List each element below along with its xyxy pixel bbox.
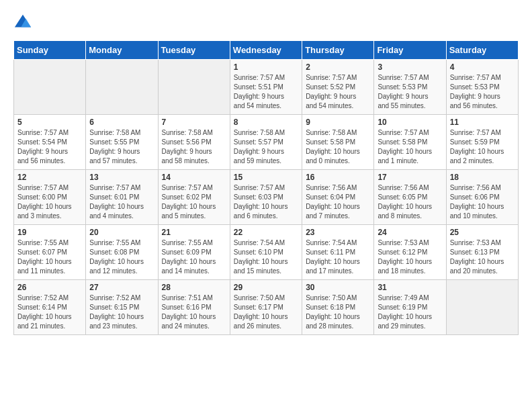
calendar-cell: 30Sunrise: 7:50 AMSunset: 6:18 PMDayligh… — [302, 280, 374, 335]
calendar-cell: 4Sunrise: 7:57 AMSunset: 5:53 PMDaylight… — [446, 60, 518, 115]
day-number: 19 — [17, 228, 82, 237]
cell-line: and 17 minutes. — [306, 267, 370, 276]
weekday-header-monday: Monday — [86, 41, 158, 60]
cell-line: Sunrise: 7:57 AM — [450, 73, 515, 83]
day-number: 17 — [378, 173, 442, 182]
cell-line: and 10 minutes. — [450, 212, 515, 221]
cell-line: and 3 minutes. — [17, 212, 82, 221]
cell-line: Sunrise: 7:57 AM — [450, 128, 515, 138]
cell-content: Sunrise: 7:56 AMSunset: 6:06 PMDaylight:… — [450, 183, 515, 221]
cell-line: Sunrise: 7:53 AM — [450, 238, 515, 248]
calendar-cell: 24Sunrise: 7:53 AMSunset: 6:12 PMDayligh… — [374, 225, 446, 280]
calendar-cell: 16Sunrise: 7:56 AMSunset: 6:04 PMDayligh… — [302, 170, 374, 225]
cell-line: Sunrise: 7:57 AM — [162, 183, 226, 193]
cell-line: Sunset: 6:15 PM — [89, 303, 154, 312]
week-row-3: 12Sunrise: 7:57 AMSunset: 6:00 PMDayligh… — [14, 170, 519, 225]
cell-line: Daylight: 10 hours — [306, 202, 370, 212]
cell-line: and 29 minutes. — [378, 322, 442, 331]
calendar-cell — [158, 60, 230, 115]
cell-content: Sunrise: 7:53 AMSunset: 6:13 PMDaylight:… — [450, 238, 515, 276]
calendar-cell: 11Sunrise: 7:57 AMSunset: 5:59 PMDayligh… — [446, 115, 518, 170]
cell-line: Daylight: 10 hours — [89, 257, 154, 267]
calendar-cell: 25Sunrise: 7:53 AMSunset: 6:13 PMDayligh… — [446, 225, 518, 280]
calendar-cell: 1Sunrise: 7:57 AMSunset: 5:51 PMDaylight… — [230, 60, 302, 115]
cell-line: and 56 minutes. — [450, 101, 515, 111]
cell-line: Sunset: 5:53 PM — [450, 83, 515, 92]
cell-line: Sunrise: 7:58 AM — [89, 128, 154, 138]
cell-line: Daylight: 10 hours — [234, 202, 298, 212]
cell-line: Sunset: 5:58 PM — [378, 138, 442, 147]
cell-content: Sunrise: 7:51 AMSunset: 6:16 PMDaylight:… — [162, 293, 226, 331]
cell-line: Sunrise: 7:53 AM — [378, 238, 442, 248]
cell-line: Sunrise: 7:57 AM — [89, 183, 154, 193]
calendar-cell: 12Sunrise: 7:57 AMSunset: 6:00 PMDayligh… — [14, 170, 86, 225]
calendar-cell — [446, 280, 518, 335]
cell-line: and 21 minutes. — [17, 322, 82, 331]
cell-line: and 57 minutes. — [89, 156, 154, 166]
cell-line: and 18 minutes. — [378, 267, 442, 276]
cell-content: Sunrise: 7:57 AMSunset: 5:59 PMDaylight:… — [450, 128, 515, 166]
cell-line: Daylight: 10 hours — [234, 312, 298, 322]
cell-line: Sunset: 6:07 PM — [17, 248, 82, 257]
cell-line: Sunrise: 7:57 AM — [378, 73, 442, 83]
cell-line: and 1 minute. — [378, 156, 442, 166]
cell-content: Sunrise: 7:52 AMSunset: 6:15 PMDaylight:… — [89, 293, 154, 331]
cell-line: and 23 minutes. — [89, 322, 154, 331]
cell-content: Sunrise: 7:50 AMSunset: 6:17 PMDaylight:… — [234, 293, 298, 331]
cell-line: Daylight: 9 hours — [89, 147, 154, 156]
day-number: 28 — [162, 283, 226, 292]
cell-line: Daylight: 10 hours — [450, 147, 515, 156]
cell-content: Sunrise: 7:57 AMSunset: 5:54 PMDaylight:… — [17, 128, 82, 166]
cell-line: Sunrise: 7:55 AM — [17, 238, 82, 248]
calendar-cell: 13Sunrise: 7:57 AMSunset: 6:01 PMDayligh… — [86, 170, 158, 225]
cell-line: Sunrise: 7:57 AM — [234, 73, 298, 83]
cell-line: and 4 minutes. — [89, 212, 154, 221]
cell-content: Sunrise: 7:53 AMSunset: 6:12 PMDaylight:… — [378, 238, 442, 276]
weekday-header-tuesday: Tuesday — [158, 41, 230, 60]
cell-content: Sunrise: 7:55 AMSunset: 6:09 PMDaylight:… — [162, 238, 226, 276]
cell-line: Daylight: 10 hours — [17, 257, 82, 267]
calendar-cell: 8Sunrise: 7:58 AMSunset: 5:57 PMDaylight… — [230, 115, 302, 170]
cell-line: Sunset: 6:06 PM — [450, 193, 515, 202]
cell-content: Sunrise: 7:57 AMSunset: 5:51 PMDaylight:… — [234, 73, 298, 111]
cell-line: Sunset: 6:18 PM — [306, 303, 370, 312]
cell-line: Sunrise: 7:55 AM — [89, 238, 154, 248]
cell-line: Sunrise: 7:56 AM — [378, 183, 442, 193]
cell-content: Sunrise: 7:58 AMSunset: 5:58 PMDaylight:… — [306, 128, 370, 166]
calendar-cell: 28Sunrise: 7:51 AMSunset: 6:16 PMDayligh… — [158, 280, 230, 335]
calendar-cell — [86, 60, 158, 115]
day-number: 24 — [378, 228, 442, 237]
day-number: 20 — [89, 228, 154, 237]
calendar-cell: 3Sunrise: 7:57 AMSunset: 5:53 PMDaylight… — [374, 60, 446, 115]
cell-line: Daylight: 10 hours — [378, 202, 442, 212]
cell-line: Sunset: 5:52 PM — [306, 83, 370, 92]
cell-line: Sunset: 6:02 PM — [162, 193, 226, 202]
weekday-header-row: SundayMondayTuesdayWednesdayThursdayFrid… — [14, 41, 519, 60]
day-number: 9 — [306, 118, 370, 127]
cell-line: Sunrise: 7:58 AM — [306, 128, 370, 138]
cell-line: Daylight: 9 hours — [234, 92, 298, 101]
cell-line: and 5 minutes. — [162, 212, 226, 221]
cell-line: Daylight: 10 hours — [89, 202, 154, 212]
cell-line: Daylight: 10 hours — [378, 312, 442, 322]
cell-line: Sunrise: 7:56 AM — [306, 183, 370, 193]
cell-line: and 24 minutes. — [162, 322, 226, 331]
cell-line: and 55 minutes. — [378, 101, 442, 111]
cell-line: Sunset: 6:05 PM — [378, 193, 442, 202]
day-number: 26 — [17, 283, 82, 292]
cell-line: Sunrise: 7:51 AM — [162, 293, 226, 303]
calendar-cell: 31Sunrise: 7:49 AMSunset: 6:19 PMDayligh… — [374, 280, 446, 335]
calendar-cell: 20Sunrise: 7:55 AMSunset: 6:08 PMDayligh… — [86, 225, 158, 280]
cell-content: Sunrise: 7:57 AMSunset: 6:00 PMDaylight:… — [17, 183, 82, 221]
cell-content: Sunrise: 7:57 AMSunset: 6:03 PMDaylight:… — [234, 183, 298, 221]
cell-content: Sunrise: 7:57 AMSunset: 6:01 PMDaylight:… — [89, 183, 154, 221]
cell-line: Sunset: 6:14 PM — [17, 303, 82, 312]
cell-content: Sunrise: 7:58 AMSunset: 5:56 PMDaylight:… — [162, 128, 226, 166]
cell-line: Daylight: 10 hours — [89, 312, 154, 322]
calendar-cell: 29Sunrise: 7:50 AMSunset: 6:17 PMDayligh… — [230, 280, 302, 335]
cell-content: Sunrise: 7:49 AMSunset: 6:19 PMDaylight:… — [378, 293, 442, 331]
day-number: 3 — [378, 62, 442, 72]
day-number: 14 — [162, 173, 226, 182]
weekday-header-wednesday: Wednesday — [230, 41, 302, 60]
week-row-5: 26Sunrise: 7:52 AMSunset: 6:14 PMDayligh… — [14, 280, 519, 335]
